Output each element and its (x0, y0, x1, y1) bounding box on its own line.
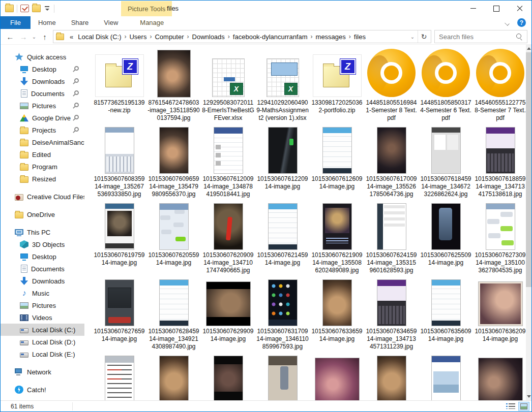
file-item[interactable]: 10153060763365914-image.jpg (310, 277, 364, 351)
file-item[interactable]: 10153060762550914-image.jpg (419, 201, 473, 274)
breadcrumb-item[interactable]: Users (127, 33, 149, 41)
file-item[interactable]: 10153060763560914-image.jpg (419, 277, 473, 351)
search-input[interactable] (439, 33, 516, 41)
sidebar-item-creative-cloud-files[interactable]: Creative Cloud Files (1, 191, 84, 203)
file-item[interactable]: 10153060762845914-image_1349214308987490… (146, 277, 201, 351)
sidebar-item-3d-objects[interactable]: 3D Objects (1, 238, 84, 250)
file-item[interactable]: 10153060762415914-image_1353159601628593… (364, 201, 419, 274)
sidebar-item-program[interactable]: Program (1, 161, 84, 173)
file-item[interactable]: 1448518058503174-Semester 6 Text.pdf (419, 49, 473, 122)
customize-toolbar-icon[interactable] (44, 5, 51, 12)
file-item[interactable]: 10153060763620914-image.jpg (473, 277, 526, 351)
ribbon-tab-share[interactable]: Share (64, 16, 97, 29)
sidebar-item-local-disk-c-[interactable]: Local Disk (C:) (1, 324, 84, 336)
up-button[interactable]: ↑ (38, 30, 51, 43)
details-view-button[interactable] (506, 402, 517, 411)
file-item[interactable]: 10153060762090914-image_1347101747490665… (201, 201, 255, 274)
minimize-button[interactable] (461, 1, 485, 16)
file-item[interactable]: 10153060760835914-image_1352675369333850… (92, 125, 146, 198)
breadcrumb-overflow[interactable]: « (68, 33, 75, 41)
sidebar-item-pictures[interactable]: Pictures (1, 299, 84, 311)
forward-button[interactable]: → (17, 30, 30, 43)
file-item[interactable]: 10153060760965914-image_1354799809556370… (146, 125, 201, 198)
file-item[interactable]: 10153060761200914-image_1348784195018441… (201, 125, 255, 198)
close-button[interactable] (508, 1, 531, 16)
file-item[interactable] (310, 354, 364, 400)
sidebar-item-desktop[interactable]: Desktop (1, 250, 84, 263)
scroll-up-icon[interactable] (526, 45, 531, 52)
file-item[interactable] (201, 354, 255, 400)
sidebar-item-music[interactable]: ♪Music (1, 287, 84, 299)
search-icon[interactable] (516, 34, 523, 40)
sidebar-item-google-drive[interactable]: Google Drive (1, 112, 84, 124)
sidebar-item-catch-[interactable]: Catch! (1, 384, 84, 396)
scroll-down-icon[interactable] (526, 393, 531, 400)
file-item[interactable]: 815773625195139-new.zip (92, 49, 146, 122)
file-item[interactable]: 10153060762145914-image.jpg (255, 201, 310, 274)
breadcrumb-item[interactable]: Computer (152, 33, 186, 41)
refresh-icon[interactable]: ↻ (418, 30, 430, 43)
breadcrumb-item[interactable]: messages (313, 33, 348, 41)
ribbon-tab-view[interactable]: View (96, 16, 126, 29)
picture-tools-context-tab[interactable]: Picture Tools (121, 1, 172, 16)
vertical-scrollbar[interactable] (526, 45, 531, 400)
file-item[interactable]: 1448518055169841-Semester 8 Text.pdf (364, 49, 419, 122)
sidebar-item-deiseanimalsanctu[interactable]: DeiseAnimalSanctu (1, 136, 84, 148)
file-item[interactable] (419, 354, 473, 400)
file-item[interactable]: 10153060762765914-image.jpg (92, 277, 146, 351)
file-item[interactable]: 10153060762055914-image.jpg (146, 201, 201, 274)
file-item[interactable]: 10153060761260914-image.jpg (310, 125, 364, 198)
ribbon-tab-file[interactable]: File (1, 16, 31, 29)
sidebar-item-onedrive[interactable]: OneDrive (1, 208, 84, 220)
file-item[interactable]: 876154672478603-image_1351185900137594.j… (146, 49, 201, 122)
sidebar-item-resized[interactable]: Resized (1, 173, 84, 185)
file-item[interactable]: 10153060761220914-image.jpg (255, 125, 310, 198)
sidebar-item-videos[interactable]: Videos (1, 311, 84, 324)
file-item[interactable]: 10153060761885914-image_1347134175138618… (473, 125, 526, 198)
file-item[interactable] (146, 354, 201, 400)
sidebar-item-desktop[interactable]: Desktop (1, 63, 84, 75)
file-item[interactable] (92, 354, 146, 400)
collapse-ribbon-icon[interactable] (505, 20, 510, 25)
help-icon[interactable]: ? (517, 18, 526, 27)
file-item[interactable]: 10153060761845914-image_1346723226862624… (419, 125, 473, 198)
file-item[interactable]: 10153060761700914-image_1355261785064736… (364, 125, 419, 198)
breadcrumb-item[interactable]: files (351, 33, 368, 41)
ribbon-tab-manage[interactable]: Manage (132, 16, 171, 29)
sidebar-item-this-pc[interactable]: This PC (1, 226, 84, 238)
file-item[interactable]: 1294102920604909-MathsAssignment2 (versi… (255, 49, 310, 122)
sidebar-item-documents[interactable]: Documents (1, 87, 84, 100)
thumbnails-view-button[interactable] (518, 402, 529, 411)
sidebar-item-quick-access[interactable]: Quick access (1, 51, 84, 63)
file-item[interactable]: 10153060762190914-image_1355086202489089… (310, 201, 364, 274)
sidebar-item-downloads[interactable]: Downloads (1, 75, 84, 87)
file-item[interactable]: 10153060761975914-image.jpg (92, 201, 146, 274)
maximize-button[interactable] (485, 1, 508, 16)
file-item[interactable]: 1292950830720118-EmerIsTheBestGFEver.xls… (201, 49, 255, 122)
sidebar-item-documents[interactable]: Documents (1, 263, 84, 275)
file-item[interactable]: 10153060762730914-image_1351003627804535… (473, 201, 526, 274)
back-button[interactable]: ← (4, 30, 17, 43)
sidebar-item-network[interactable]: Network (1, 366, 84, 378)
breadcrumb-item[interactable]: Local Disk (C:) (75, 33, 124, 41)
file-item[interactable]: 1330981720250362-portfolio.zip (310, 49, 364, 122)
recent-locations-icon[interactable]: ⌄ (30, 30, 38, 43)
scrollbar-thumb[interactable] (526, 52, 531, 287)
breadcrumb-item[interactable]: facebook-dylancurranfam (230, 33, 310, 41)
sidebar-item-local-disk-d-[interactable]: Local Disk (D:) (1, 336, 84, 348)
sidebar-item-projects[interactable]: Projects (1, 124, 84, 136)
sidebar-item-downloads[interactable]: Downloads (1, 275, 84, 287)
file-item[interactable] (473, 354, 526, 400)
sidebar-item-edited[interactable]: Edited (1, 148, 84, 161)
properties-icon[interactable] (20, 5, 29, 12)
file-item[interactable] (364, 354, 419, 400)
address-dropdown-icon[interactable]: ⌄ (408, 30, 417, 43)
file-item[interactable]: 10153060763170914-image_1346110859967593… (255, 277, 310, 351)
sidebar-item-local-disk-e-[interactable]: Local Disk (E:) (1, 348, 84, 360)
sidebar-item-pictures[interactable]: Pictures (1, 100, 84, 112)
breadcrumb-item[interactable]: Downloads (190, 33, 227, 41)
ribbon-tab-home[interactable]: Home (31, 16, 64, 29)
file-item[interactable]: 10153060763465914-image_1347134571311239… (364, 277, 419, 351)
new-folder-icon[interactable] (32, 5, 41, 12)
file-item[interactable] (255, 354, 310, 400)
